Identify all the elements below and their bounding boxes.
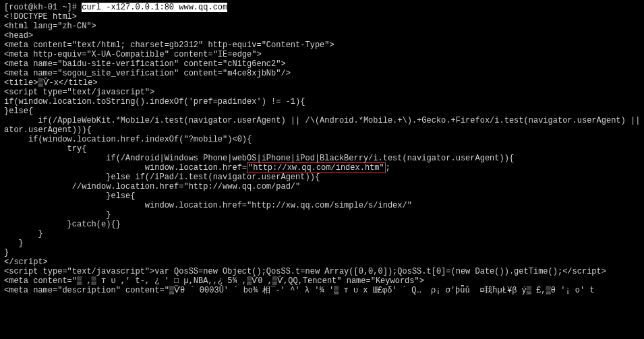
output-line: <meta name="sogou_site_verification" con… (4, 69, 640, 78)
shell-prompt: [root@kh-01 ~]# (4, 3, 82, 12)
output-line: <script type="text/javascript">var QosSS… (4, 267, 640, 276)
output-line: } (4, 229, 640, 239)
hl-prefix: window.location.href= (4, 163, 247, 173)
highlighted-url: "http://xw.qq.com/index.htm" (247, 162, 386, 173)
output-line: if(/Android|Windows Phone|webOS|iPhone|i… (4, 154, 640, 163)
output-line: <meta content="▒ ,▒ т υ ,' t-, ¿ ' □ µ,N… (4, 276, 640, 286)
terminal-prompt-line: [root@kh-01 ~]# curl -x127.0.0.1:80 www.… (4, 3, 640, 12)
output-line: if(/AppleWebKit.*Mobile/i.test(navigator… (4, 116, 640, 125)
output-line: try{ (4, 144, 640, 154)
output-line: }else if(/iPad/i.test(navigator.userAgen… (4, 173, 640, 182)
output-line: <head> (4, 31, 640, 40)
shell-command: curl -x127.0.0.1:80 www.qq.com (82, 3, 227, 12)
highlighted-line: window.location.href="http://xw.qq.com/i… (4, 163, 640, 173)
output-line: <title>▒Ѷ-x</title> (4, 78, 640, 88)
output-line: <meta name="description" content="▒Ѷθ ´ … (4, 286, 640, 295)
curl-output-block-1: <!DOCTYPE html><html lang="zh-CN"><head>… (4, 12, 640, 163)
hl-suffix: ; (386, 163, 390, 173)
output-line: <meta name="baidu-site-verification" con… (4, 59, 640, 69)
output-line: </script> (4, 257, 640, 267)
output-line: <script type="text/javascript"> (4, 88, 640, 97)
output-line: } (4, 239, 640, 248)
output-line: //window.location.href="http://www.qq.co… (4, 182, 640, 191)
output-line: <meta content="text/html; charset=gb2312… (4, 40, 640, 50)
output-line: } (4, 210, 640, 220)
output-line: <!DOCTYPE html> (4, 12, 640, 22)
output-line: <meta http-equiv="X-UA-Compatible" conte… (4, 50, 640, 59)
curl-output-block-2: }else if(/iPad/i.test(navigator.userAgen… (4, 173, 640, 295)
output-line: if(window.location.href.indexOf("?mobile… (4, 135, 640, 144)
output-line: }else{ (4, 106, 640, 116)
output-line: }catch(e){} (4, 220, 640, 229)
output-line: }else{ (4, 191, 640, 201)
output-line: window.location.href="http://xw.qq.com/s… (4, 201, 640, 210)
output-line: ator.userAgent))){ (4, 125, 640, 135)
output-line: if(window.location.toString().indexOf('p… (4, 97, 640, 106)
output-line: <html lang="zh-CN"> (4, 22, 640, 31)
output-line: } (4, 248, 640, 257)
